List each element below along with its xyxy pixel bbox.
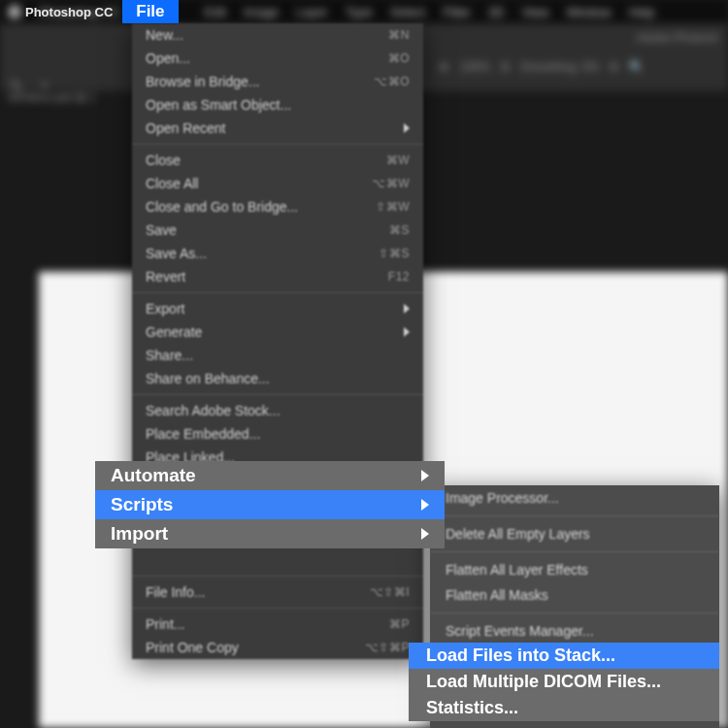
separator bbox=[132, 144, 423, 145]
chevron-right-icon bbox=[421, 499, 429, 511]
file-menu-band: Automate Scripts Import bbox=[95, 461, 445, 548]
separator bbox=[132, 292, 423, 293]
chevron-right-icon bbox=[404, 304, 410, 314]
menu-file[interactable]: File bbox=[122, 0, 178, 23]
menu-item-new[interactable]: New...⌘N bbox=[132, 23, 423, 47]
menu-item-scripts[interactable]: Scripts bbox=[95, 490, 445, 519]
menu-item-share[interactable]: Share... bbox=[132, 344, 423, 367]
menu-item-open-recent[interactable]: Open Recent bbox=[132, 116, 423, 140]
separator bbox=[430, 612, 719, 613]
menu-item-open[interactable]: Open...⌘O bbox=[132, 47, 423, 70]
app-name: Photoshop CC bbox=[0, 5, 122, 19]
menu-item-close-all[interactable]: Close All⌥⌘W bbox=[132, 172, 423, 195]
submenu-image-processor[interactable]: Image Processor... bbox=[430, 485, 719, 511]
menu-item-share-behance[interactable]: Share on Behance... bbox=[132, 367, 423, 390]
separator bbox=[132, 394, 423, 395]
menu-item-save[interactable]: Save⌘S bbox=[132, 218, 423, 242]
options-row: 100% ⚙ Smoothing: 0% ⚙ 🔍 bbox=[437, 60, 644, 74]
separator bbox=[430, 551, 719, 552]
separator bbox=[132, 608, 423, 609]
scripts-submenu-focus: Load Files into Stack... Load Multiple D… bbox=[409, 643, 719, 721]
submenu-load-stack[interactable]: Load Files into Stack... bbox=[409, 643, 719, 669]
menu-item-close[interactable]: Close⌘W bbox=[132, 149, 423, 172]
separator bbox=[132, 576, 423, 577]
chevron-right-icon bbox=[404, 327, 410, 337]
menu-item-close-bridge[interactable]: Close and Go to Bridge...⇧⌘W bbox=[132, 195, 423, 218]
submenu-flatten-effects[interactable]: Flatten All Layer Effects bbox=[430, 557, 719, 582]
menu-item-place-embedded[interactable]: Place Embedded... bbox=[132, 422, 423, 446]
chevron-right-icon bbox=[421, 528, 429, 540]
menu-item-save-as[interactable]: Save As...⇧⌘S bbox=[132, 242, 423, 265]
chevron-right-icon bbox=[404, 123, 410, 133]
document-tab: GIFdemo.psd @ 1 bbox=[8, 91, 95, 103]
window-title: Adobe Photosh bbox=[636, 31, 718, 45]
menu-item-file-info[interactable]: File Info...⌥⇧⌘I bbox=[132, 580, 423, 604]
menu-item-browse-bridge[interactable]: Browse in Bridge...⌥⌘O bbox=[132, 70, 423, 93]
submenu-script-events[interactable]: Script Events Manager... bbox=[430, 618, 719, 644]
submenu-statistics[interactable]: Statistics... bbox=[409, 695, 719, 721]
submenu-flatten-masks[interactable]: Flatten All Masks bbox=[430, 582, 719, 608]
file-menu: New...⌘N Open...⌘O Browse in Bridge...⌥⌘… bbox=[132, 23, 423, 659]
menu-item-print[interactable]: Print...⌘P bbox=[132, 612, 423, 636]
menu-item-export[interactable]: Export bbox=[132, 297, 423, 320]
separator bbox=[430, 515, 719, 516]
menu-item-automate[interactable]: Automate bbox=[95, 461, 445, 490]
chevron-right-icon bbox=[421, 470, 429, 481]
menu-item-import[interactable]: Import bbox=[95, 519, 445, 548]
menu-item-open-smart[interactable]: Open as Smart Object... bbox=[132, 93, 423, 116]
menu-item-generate[interactable]: Generate bbox=[132, 320, 423, 344]
menu-item-revert[interactable]: RevertF12 bbox=[132, 265, 423, 288]
menubar-active: Photoshop CC File bbox=[0, 0, 179, 23]
submenu-delete-empty[interactable]: Delete All Empty Layers bbox=[430, 521, 719, 546]
submenu-load-dicom[interactable]: Load Multiple DICOM Files... bbox=[409, 669, 719, 695]
menu-item-search-stock[interactable]: Search Adobe Stock... bbox=[132, 399, 423, 422]
menu-item-print-one[interactable]: Print One Copy⌥⇧⌘P bbox=[132, 636, 423, 659]
